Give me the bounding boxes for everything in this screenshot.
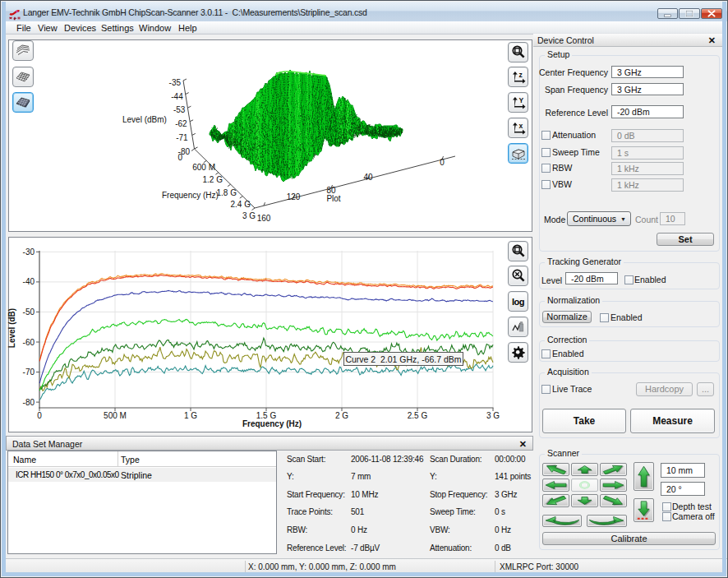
svg-text:500 M: 500 M (104, 411, 127, 420)
svg-text:1.5 G: 1.5 G (256, 411, 277, 420)
svg-text:0: 0 (37, 411, 42, 420)
svg-text:Level (dB): Level (dB) (7, 308, 16, 348)
svg-text:-80: -80 (23, 398, 35, 407)
svg-text:2.5 G: 2.5 G (408, 411, 428, 420)
svg-text:1 G: 1 G (184, 411, 197, 420)
svg-text:2 G: 2 G (335, 411, 348, 420)
svg-text:Frequency (Hz): Frequency (Hz) (242, 419, 302, 428)
svg-text:3 G: 3 G (486, 411, 500, 420)
svg-text:-30: -30 (23, 247, 35, 257)
svg-text:-70: -70 (23, 368, 35, 377)
svg-text:-50: -50 (23, 307, 35, 317)
svg-text:-60: -60 (23, 338, 35, 347)
svg-text:-40: -40 (23, 277, 35, 286)
